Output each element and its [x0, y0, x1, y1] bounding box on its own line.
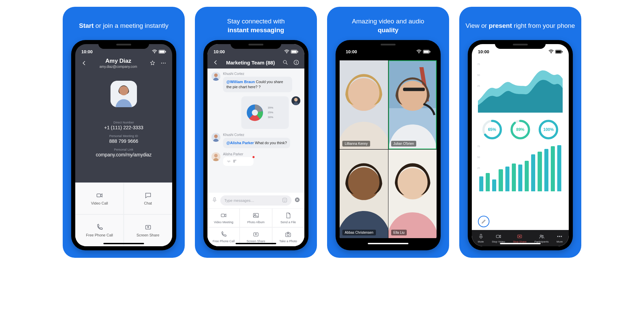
annotate-button[interactable] [478, 216, 489, 227]
phone-notch [363, 40, 414, 49]
bar [557, 145, 561, 191]
contact-email: amy.diaz@company.com [91, 65, 146, 69]
back-button[interactable] [212, 58, 220, 66]
favorite-button[interactable] [148, 59, 157, 67]
svg-rect-18 [296, 62, 297, 64]
home-indicator [368, 243, 408, 244]
more-button[interactable] [159, 59, 167, 67]
avatar [212, 152, 220, 161]
svg-point-5 [163, 63, 164, 63]
wifi-icon [152, 50, 157, 54]
svg-rect-57 [562, 51, 563, 53]
direct-number-label: Direct Number [75, 121, 172, 124]
screen-share-button[interactable]: Screen Share [124, 214, 172, 246]
wifi-icon [548, 50, 554, 54]
svg-rect-30 [283, 198, 287, 202]
message-input[interactable]: Type messages… [220, 195, 291, 206]
personal-link-value: company.com/my/amydiaz [75, 152, 172, 157]
free-phone-call-button[interactable]: Free Phone Call [75, 214, 124, 246]
video-tile[interactable]: Julian O'brien [388, 60, 437, 149]
promo-panel-1: Start or join a meeting instantly 10:00 … [63, 7, 185, 258]
svg-rect-14 [298, 51, 298, 53]
stop-video-button[interactable]: Stop Video [492, 233, 505, 243]
mute-button[interactable]: Mute [478, 233, 484, 243]
donut-chart: 65% [481, 119, 503, 140]
send-file-button[interactable]: Send a File [272, 208, 304, 227]
bar [531, 154, 535, 191]
free-phone-call-button[interactable]: Free Phone Call [207, 227, 240, 246]
chat-header: Marketing Team (88) [207, 56, 304, 69]
svg-rect-42 [424, 51, 429, 53]
pmi-label: Personal Meeting ID [75, 134, 172, 138]
info-button[interactable] [292, 58, 300, 66]
message-bubble[interactable]: @William Braun Could you share the pie c… [223, 77, 292, 92]
message-sender: Khushi Cortez [223, 72, 292, 76]
promo-panel-4: View or present right from your phone 10… [459, 7, 581, 258]
participant-name: Lillianna Kenny [342, 141, 370, 147]
participant-name: Julian O'brien [391, 141, 417, 147]
chat-button[interactable]: Chat [124, 182, 172, 214]
pie-label: 30% [268, 116, 273, 119]
participant-name: Abbas Christensen [342, 230, 376, 235]
svg-point-0 [154, 53, 155, 54]
phone-frame: 10:00 Marketing Team (88) Khushi Cort [203, 40, 308, 250]
search-button[interactable] [281, 58, 289, 66]
video-tile[interactable]: Lillianna Kenny [340, 60, 388, 149]
home-indicator [103, 243, 144, 244]
svg-point-31 [284, 199, 284, 200]
axis-tick: 50 [477, 156, 480, 158]
phone-notch [230, 40, 281, 49]
status-time: 10:00 [214, 49, 225, 54]
pie-chart-attachment[interactable]: 35% 25% 30% [241, 96, 289, 129]
message-bubble[interactable]: @Alisha Parker What do you think? [223, 138, 290, 148]
battery-icon [423, 50, 430, 54]
svg-point-32 [285, 199, 286, 200]
axis-tick: 75 [477, 63, 480, 65]
chat-title: Marketing Team (88) [222, 60, 279, 65]
svg-point-40 [419, 53, 419, 54]
home-indicator [236, 243, 276, 244]
svg-rect-65 [496, 235, 499, 238]
svg-rect-64 [480, 234, 482, 237]
more-button[interactable]: More [557, 233, 563, 243]
emoji-icon[interactable] [282, 197, 287, 204]
phone-frame: 10:00 Amy Diaz amy.diaz@company.com [71, 40, 176, 250]
wifi-icon [416, 50, 422, 54]
donut-chart: 100% [538, 119, 559, 140]
phone-frame: 10:00 Lillianna Kenny Julian O'brien [336, 40, 441, 250]
promo-panel-2: Stay connected with instant messaging 10… [195, 7, 317, 258]
svg-point-71 [561, 236, 562, 236]
status-time: 10:00 [81, 49, 93, 54]
panel1-title: Start or join a meeting instantly [79, 16, 168, 35]
take-photo-button[interactable]: Take a Photo [272, 227, 304, 246]
svg-point-53 [397, 168, 428, 199]
svg-rect-3 [165, 51, 166, 53]
svg-point-22 [294, 98, 298, 101]
video-meeting-button[interactable]: Video Meeting [207, 208, 240, 227]
svg-point-26 [214, 134, 218, 138]
svg-point-67 [540, 235, 542, 236]
stop-share-button[interactable]: Stop Share [513, 233, 526, 243]
pmi-value: 888 799 9666 [75, 138, 172, 144]
bar-chart [478, 145, 563, 193]
video-tile[interactable]: Ella Liu [388, 150, 437, 238]
participants-button[interactable]: Participants [535, 233, 549, 243]
message-row: 35% 25% 30% [212, 96, 300, 129]
mic-icon[interactable] [212, 197, 218, 204]
status-time: 10:00 [346, 49, 357, 54]
close-icon[interactable] [294, 197, 300, 204]
video-call-button[interactable]: Video Call [75, 182, 124, 214]
message-sender: Khushi Cortez [223, 133, 290, 137]
svg-rect-9 [97, 194, 100, 197]
video-tile[interactable]: Abbas Christensen [340, 150, 388, 238]
voice-message[interactable]: 8" [223, 157, 254, 166]
battery-icon [555, 50, 563, 54]
panel3-title: Amazing video and audio quality [352, 16, 424, 35]
bar [538, 152, 542, 191]
svg-point-4 [161, 63, 162, 63]
bar [486, 173, 490, 191]
photo-album-button[interactable]: Photo Album [240, 208, 272, 227]
svg-rect-43 [430, 51, 430, 53]
bar [505, 167, 509, 191]
back-button[interactable] [80, 59, 88, 67]
